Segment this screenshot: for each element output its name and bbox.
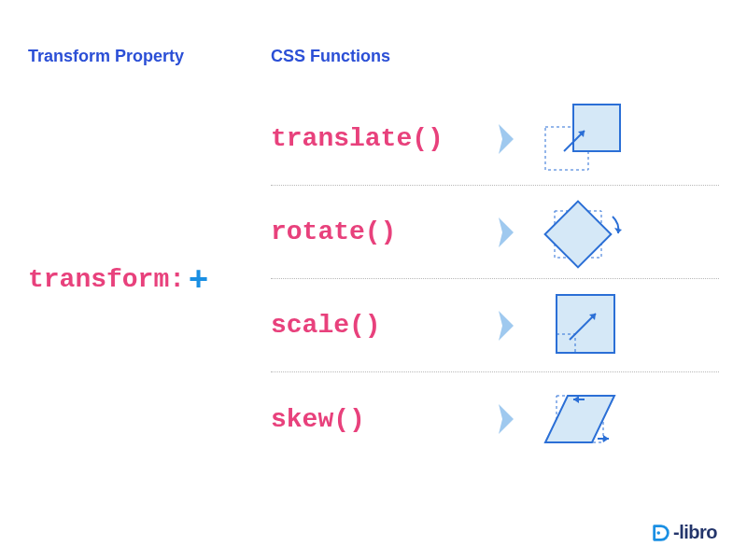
diagram-container: Transform Property transform: + CSS Func… bbox=[0, 0, 747, 466]
function-label: skew() bbox=[271, 405, 486, 434]
function-row-rotate: rotate() bbox=[271, 186, 719, 279]
property-wrapper: transform: + bbox=[28, 92, 252, 466]
function-row-skew: skew() bbox=[271, 372, 719, 466]
arrow-icon bbox=[497, 400, 517, 438]
arrow-icon bbox=[497, 307, 517, 344]
plus-icon: + bbox=[189, 259, 208, 299]
svg-marker-9 bbox=[545, 396, 614, 442]
translate-illustration bbox=[529, 97, 631, 181]
right-column: CSS Functions translate() rotate() bbox=[271, 47, 719, 466]
heading-css-functions: CSS Functions bbox=[271, 47, 719, 66]
logo-text: -libro bbox=[673, 522, 717, 543]
scale-illustration bbox=[529, 284, 631, 368]
svg-rect-1 bbox=[573, 105, 620, 151]
function-label: translate() bbox=[271, 124, 486, 153]
heading-transform-property: Transform Property bbox=[28, 47, 252, 66]
function-row-scale: scale() bbox=[271, 279, 719, 372]
skew-illustration bbox=[529, 377, 631, 461]
arrow-icon bbox=[497, 120, 517, 158]
function-row-translate: translate() bbox=[271, 92, 719, 186]
logo: -libro bbox=[651, 522, 717, 543]
function-label: scale() bbox=[271, 311, 486, 340]
logo-mark-icon bbox=[651, 523, 671, 543]
svg-point-12 bbox=[656, 531, 660, 535]
arrow-icon bbox=[497, 214, 517, 251]
left-column: Transform Property transform: + bbox=[28, 47, 252, 466]
function-label: rotate() bbox=[271, 217, 486, 246]
transform-property-text: transform: bbox=[28, 265, 185, 294]
rotate-illustration bbox=[529, 190, 631, 274]
